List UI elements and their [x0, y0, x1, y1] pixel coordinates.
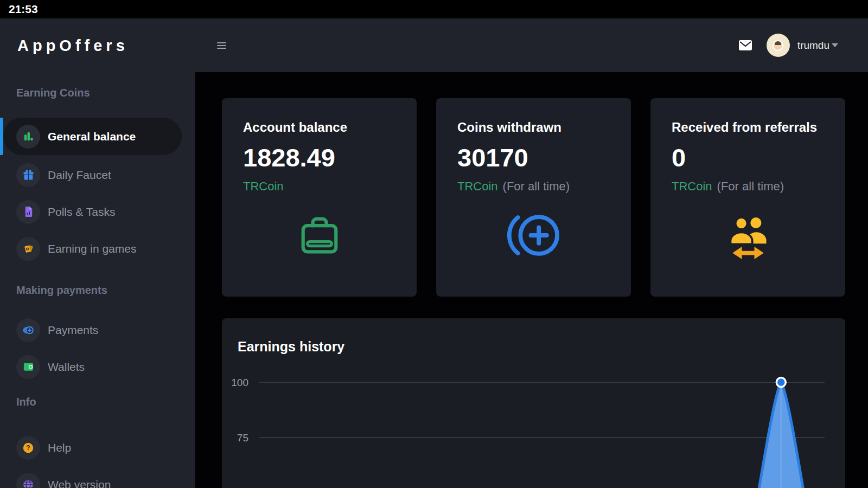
sidebar-item-help[interactable]: ? Help — [0, 429, 195, 466]
card-suffix: (For all time) — [503, 179, 570, 193]
username: trumdu — [797, 40, 829, 52]
globe-icon — [16, 473, 40, 488]
sidebar-item-label: Wallets — [48, 361, 85, 374]
mail-button[interactable] — [738, 40, 752, 51]
user-menu[interactable]: trumdu — [767, 34, 838, 57]
stat-card-account-balance: Account balance 1828.49 TRCoin — [222, 98, 417, 297]
game-cards-icon — [16, 237, 40, 261]
sidebar-item-wallets[interactable]: Wallets — [0, 348, 195, 386]
card-currency: TRCoin — [457, 179, 498, 193]
card-value: 30170 — [457, 143, 528, 172]
app-logo: AppOffers — [17, 36, 129, 54]
help-icon: ? — [16, 436, 40, 460]
card-subtitle: TRCoin(For all time) — [672, 179, 784, 194]
card-title: Coins withdrawn — [457, 120, 561, 135]
stat-card-coins-withdrawn: Coins withdrawn 30170 TRCoin(For all tim… — [436, 98, 631, 297]
section-label-earning-coins: Earning Coins — [16, 87, 90, 99]
section-label-info: Info — [16, 396, 36, 408]
sidebar-item-web-version[interactable]: Web version — [0, 466, 195, 488]
header-actions: trumdu — [738, 18, 838, 72]
app-header: AppOffers trumdu — [0, 18, 868, 72]
document-icon — [16, 200, 40, 224]
sidebar-item-label: Earning in games — [48, 242, 136, 255]
sidebar-item-label: General balance — [48, 130, 136, 143]
card-currency: TRCoin — [672, 179, 712, 193]
svg-text:?: ? — [26, 444, 30, 452]
card-title: Account balance — [243, 120, 347, 135]
sidebar-item-daily-faucet[interactable]: Daily Faucet — [0, 156, 195, 194]
avatar-face-icon — [773, 40, 783, 51]
coin-plus-icon — [436, 206, 631, 265]
main-content: Account balance 1828.49 TRCoin Coins wit… — [195, 72, 868, 488]
clock: 21:53 — [9, 3, 38, 16]
active-item-accent — [0, 118, 3, 155]
hamburger-menu-button[interactable] — [217, 41, 226, 50]
card-title: Received from referrals — [672, 120, 817, 135]
sidebar-item-label: Payments — [48, 324, 98, 337]
sidebar-item-label: Polls & Tasks — [48, 206, 116, 219]
card-subtitle: TRCoin(For all time) — [457, 179, 570, 194]
sidebar: Earning Coins General balance Daily Fauc… — [0, 72, 195, 488]
card-value: 1828.49 — [243, 143, 335, 172]
sidebar-item-polls-tasks[interactable]: Polls & Tasks — [0, 193, 195, 230]
gift-icon — [16, 163, 40, 187]
card-suffix: (For all time) — [717, 179, 784, 193]
card-value: 0 — [672, 143, 686, 172]
mail-icon — [738, 40, 752, 51]
svg-text:100: 100 — [231, 377, 248, 388]
sidebar-item-label: Help — [48, 441, 71, 454]
sidebar-item-label: Daily Faucet — [48, 169, 111, 182]
svg-text:75: 75 — [237, 432, 248, 444]
stat-card-received-from-referrals: Received from referrals 0 TRCoin(For all… — [650, 98, 845, 297]
earnings-chart: 10075 — [222, 368, 845, 488]
earnings-history-panel: Earnings history 10075 — [222, 318, 845, 488]
chart-title: Earnings history — [238, 339, 344, 355]
avatar[interactable] — [767, 34, 790, 57]
briefcase-icon — [222, 206, 417, 265]
referrals-icon — [650, 206, 845, 265]
section-label-making-payments: Making payments — [16, 284, 107, 297]
bar-chart-icon — [16, 125, 40, 149]
sidebar-item-payments[interactable]: Payments — [0, 311, 195, 349]
coin-plus-icon — [16, 318, 40, 342]
card-subtitle: TRCoin — [243, 179, 289, 194]
sidebar-item-general-balance[interactable]: General balance — [0, 118, 195, 155]
sidebar-item-earning-in-games[interactable]: Earning in games — [0, 230, 195, 267]
sidebar-item-label: Web version — [48, 478, 111, 488]
card-currency: TRCoin — [243, 179, 284, 193]
status-bar: 21:53 — [0, 0, 868, 18]
wallet-icon — [16, 355, 40, 379]
chevron-down-icon — [832, 43, 838, 47]
